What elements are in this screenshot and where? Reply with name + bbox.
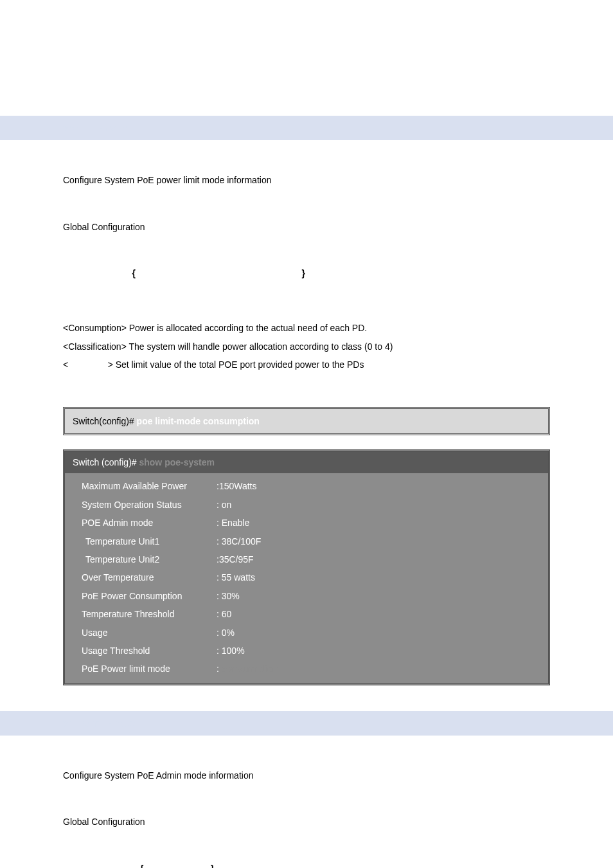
codebox-cmd-text: poe limit-mode consumption bbox=[137, 416, 260, 426]
param-line: <Classification> The system will handle … bbox=[63, 339, 550, 354]
row-label: Maximum Available Power bbox=[82, 479, 217, 493]
syntax-cmd: poe limit-mode bbox=[63, 266, 127, 280]
row-label: Temperature Threshold bbox=[82, 607, 217, 621]
bar-cmd: poe limit-mode bbox=[63, 123, 127, 133]
syntax-label: Syntax: bbox=[63, 248, 550, 262]
row-value: :150Watts bbox=[217, 479, 531, 493]
syntax-label: Syntax: bbox=[63, 844, 550, 858]
codebox-output: Switch (config)# show poe-system Maximum… bbox=[63, 449, 550, 685]
codebox-prompt: Switch(config)# bbox=[73, 416, 134, 426]
codebox-cmd-text: show poe-system bbox=[139, 457, 214, 467]
table-row: Temperature Unit2:35C/95F bbox=[73, 550, 540, 568]
mode-text: Global Configuration bbox=[63, 220, 550, 234]
row-value: : consumption bbox=[217, 662, 531, 676]
row-value: : 30% bbox=[217, 589, 531, 603]
syntax-opt: Port-limit bbox=[138, 266, 177, 280]
brace-open: { bbox=[132, 266, 135, 280]
table-row: Temperature Unit1: 38C/100F bbox=[73, 532, 540, 550]
row-label: PoE Power limit mode bbox=[82, 662, 217, 676]
table-row: Temperature Threshold: 60 bbox=[73, 605, 540, 623]
syntax-opt: enable bbox=[146, 862, 174, 868]
row-label: Temperature Unit1 bbox=[82, 534, 217, 548]
brace-open: { bbox=[140, 862, 143, 868]
row-value: : Enable bbox=[217, 516, 531, 530]
syntax-opt: Consumption bbox=[241, 266, 299, 280]
row-label: PoE Power Consumption bbox=[82, 589, 217, 603]
brace-close: } bbox=[211, 862, 214, 868]
table-row: Usage Threshold: 100% bbox=[73, 642, 540, 660]
row-value: : on bbox=[217, 498, 531, 512]
params-block: <Consumption> Power is allocated accordi… bbox=[63, 321, 550, 372]
row-label: Over Temperature bbox=[82, 570, 217, 584]
row-label: POE Admin mode bbox=[82, 516, 217, 530]
row-value: : 0% bbox=[217, 626, 531, 640]
table-row: PoE Power limit mode: consumption bbox=[73, 660, 540, 678]
row-value: : 100% bbox=[217, 644, 531, 658]
mode-label: Command Mode: bbox=[63, 201, 550, 215]
table-row: System Operation Status: on bbox=[73, 496, 540, 514]
table-row: Maximum Available Power:150Watts bbox=[73, 477, 540, 495]
table-row: Usage: 0% bbox=[73, 624, 540, 642]
section-bar-limit-mode: poe limit-mode bbox=[0, 116, 613, 140]
syntax-opt: disable bbox=[177, 862, 208, 868]
row-value: : 55 watts bbox=[217, 570, 531, 584]
description-label: Description: bbox=[63, 750, 550, 764]
param-line: <Port-limit> Set limit value of the tota… bbox=[63, 357, 550, 372]
row-label: Temperature Unit2 bbox=[82, 552, 217, 566]
row-label: Usage Threshold bbox=[82, 644, 217, 658]
codebox-prompt: Switch (config)# bbox=[73, 457, 137, 467]
syntax-opt: Classification bbox=[180, 266, 238, 280]
syntax-line-2: poe admin-mode { enable | disable } bbox=[63, 862, 550, 868]
mode-label: Command Mode: bbox=[63, 797, 550, 811]
row-label: System Operation Status bbox=[82, 498, 217, 512]
row-value: : 38C/100F bbox=[217, 534, 531, 548]
table-row: PoE Power Consumption: 30% bbox=[73, 587, 540, 605]
row-value: : 60 bbox=[217, 607, 531, 621]
brace-close: } bbox=[301, 266, 305, 280]
table-row: POE Admin mode: Enable bbox=[73, 514, 540, 532]
output-table: Maximum Available Power:150WattsSystem O… bbox=[73, 477, 540, 678]
param-line: <Consumption> Power is allocated accordi… bbox=[63, 321, 550, 335]
description-text: Configure System PoE Admin mode informat… bbox=[63, 768, 550, 782]
codebox-output-header: Switch (config)# show poe-system bbox=[65, 451, 548, 473]
row-value: :35C/95F bbox=[217, 552, 531, 566]
table-row: Over Temperature: 55 watts bbox=[73, 568, 540, 586]
syntax-cmd: poe admin-mode bbox=[63, 862, 135, 868]
mode-text: Global Configuration bbox=[63, 815, 550, 829]
section-bar-admin-mode: poe admin-mode bbox=[0, 711, 613, 736]
codebox-cmd: Switch(config)# poe limit-mode consumpti… bbox=[63, 407, 550, 435]
example-label: Example: bbox=[63, 387, 550, 401]
description-text: Configure System PoE power limit mode in… bbox=[63, 173, 550, 187]
params-label: Parameters: bbox=[63, 295, 550, 309]
description-label: Description: bbox=[63, 154, 550, 168]
syntax-line: poe limit-mode { Port-limit | Classifica… bbox=[63, 266, 550, 280]
bar-cmd: poe admin-mode bbox=[63, 718, 135, 728]
row-label: Usage bbox=[82, 626, 217, 640]
